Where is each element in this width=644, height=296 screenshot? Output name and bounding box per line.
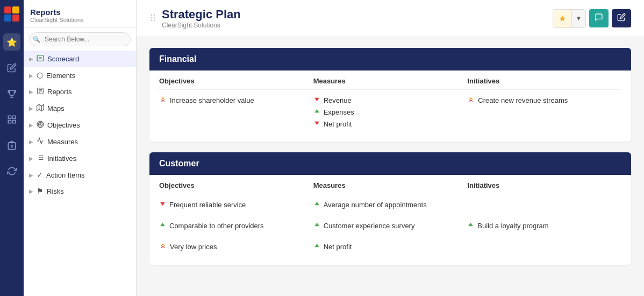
customer-initiative-2-1: Build a loyalty program <box>477 222 548 230</box>
main-header: ⠿ Strategic Plan ClearSight Solutions ★ … <box>137 0 644 37</box>
list-item: Increase shareholder value <box>159 94 313 107</box>
sidebar-item-initiatives[interactable]: ▶ Initiatives <box>24 150 136 167</box>
list-item: Expenses <box>313 106 468 118</box>
nav-icon-star[interactable]: ⭐ <box>3 33 20 51</box>
list-item: Very low prices <box>159 241 313 253</box>
nav-icon-edit[interactable] <box>3 59 20 76</box>
chevron-icon: ▶ <box>29 156 33 161</box>
list-item: Revenue <box>313 94 468 106</box>
nav-icon-trophy[interactable] <box>3 85 20 102</box>
sidebar-item-maps[interactable]: ▶ Maps <box>24 100 136 117</box>
action-items-label: Action Items <box>46 171 85 179</box>
financial-row-1: Increase shareholder value Revenue <box>159 90 621 134</box>
svg-marker-34 <box>160 202 165 206</box>
financial-measure-1: Revenue <box>324 96 352 104</box>
svg-marker-39 <box>314 244 319 248</box>
customer-row-2: Comparable to other providers Customer e… <box>159 215 621 236</box>
financial-section-body: Objectives Measures Initiatives <box>149 71 631 142</box>
customer-table-header: Objectives Measures Initiatives <box>159 175 621 194</box>
sidebar-item-scorecard[interactable]: ▶ Scorecard <box>24 51 136 67</box>
svg-marker-38 <box>468 223 473 227</box>
customer-col-initiatives: Initiatives <box>467 181 621 189</box>
customer-section-header: Customer <box>149 152 631 175</box>
svg-rect-12 <box>37 55 44 61</box>
objectives-icon <box>37 121 44 130</box>
measures-label: Measures <box>47 138 78 146</box>
objectives-label: Objectives <box>47 121 80 129</box>
sidebar-item-risks[interactable]: ▶ ⚑ Risks <box>24 183 136 199</box>
chevron-icon: ▶ <box>29 89 33 95</box>
customer-section-body: Objectives Measures Initiatives Frequent… <box>149 175 631 265</box>
list-item: Create new revenue streams <box>467 94 621 107</box>
arrow-down-icon <box>159 200 166 209</box>
svg-marker-35 <box>314 202 319 206</box>
svg-rect-9 <box>8 143 16 150</box>
main: ⠿ Strategic Plan ClearSight Solutions ★ … <box>137 0 644 296</box>
header-left: ⠿ Strategic Plan ClearSight Solutions <box>149 8 241 29</box>
arrow-up-icon <box>313 221 320 230</box>
chat-button[interactable] <box>589 9 609 27</box>
header-actions: ★ ▼ <box>553 9 631 28</box>
sidebar-item-measures[interactable]: ▶ Measures <box>24 133 136 150</box>
svg-rect-3 <box>12 15 19 22</box>
chevron-icon: ▶ <box>29 172 33 178</box>
customer-objectives-col-2: Comparable to other providers <box>159 220 313 231</box>
svg-rect-5 <box>13 116 16 118</box>
reports-icon <box>37 87 44 96</box>
financial-col-objectives: Objectives <box>159 77 313 85</box>
svg-rect-4 <box>8 116 11 118</box>
list-item: Build a loyalty program <box>467 220 621 231</box>
list-item: Net profit <box>313 118 468 130</box>
svg-marker-19 <box>37 104 44 111</box>
sidebar-item-action-items[interactable]: ▶ ✓ Action Items <box>24 167 136 183</box>
chevron-icon: ▶ <box>29 122 33 128</box>
drag-handle-icon[interactable]: ⠿ <box>149 12 156 24</box>
search-input[interactable] <box>29 32 131 46</box>
financial-measure-3: Net profit <box>324 120 352 128</box>
svg-rect-7 <box>13 121 16 123</box>
arrow-both-icon <box>467 96 475 105</box>
sidebar-item-reports[interactable]: ▶ Reports <box>24 83 136 100</box>
sidebar-search <box>24 28 136 51</box>
financial-initiatives-col: Create new revenue streams <box>467 94 621 107</box>
chevron-icon: ▶ <box>29 73 33 79</box>
arrow-down-icon <box>313 96 320 104</box>
sidebar: Reports ClearSight Solutions ▶ Scorecard… <box>24 0 137 296</box>
svg-rect-2 <box>4 15 11 22</box>
customer-initiatives-col-2: Build a loyalty program <box>467 220 621 231</box>
maps-icon <box>37 104 44 113</box>
nav-icon-clipboard[interactable] <box>3 137 20 154</box>
page-title: Strategic Plan <box>162 8 241 22</box>
edit-button[interactable] <box>612 9 631 27</box>
title-group: Strategic Plan ClearSight Solutions <box>162 8 241 29</box>
sidebar-item-objectives[interactable]: ▶ Objectives <box>24 117 136 133</box>
sidebar-subtitle: ClearSight Solutions <box>30 17 130 23</box>
list-item: Net profit <box>313 241 468 252</box>
customer-objectives-col-3: Very low prices <box>159 241 313 253</box>
arrow-up-icon <box>313 242 320 251</box>
sidebar-item-elements[interactable]: ▶ ⬡ Elements <box>24 67 136 83</box>
initiatives-icon <box>37 154 44 163</box>
customer-row-3: Very low prices Net profit <box>159 236 621 257</box>
reports-label: Reports <box>47 88 72 96</box>
financial-section-header: Financial <box>149 48 631 71</box>
nav-icon-refresh[interactable] <box>3 163 20 180</box>
financial-table-header: Objectives Measures Initiatives <box>159 71 621 90</box>
list-item: Comparable to other providers <box>159 220 313 231</box>
star-button[interactable]: ★ <box>553 10 571 27</box>
scorecard-label: Scorecard <box>47 55 79 63</box>
arrow-down-icon <box>313 119 320 128</box>
nav-icon-dashboard[interactable] <box>3 111 20 128</box>
svg-marker-33 <box>314 122 319 125</box>
star-dropdown-button[interactable]: ▼ <box>571 10 585 27</box>
list-item: Frequent reliable service <box>159 199 313 210</box>
risks-icon: ⚑ <box>37 187 44 195</box>
financial-measure-2: Expenses <box>324 108 354 116</box>
customer-obj-2-text: Comparable to other providers <box>169 222 264 230</box>
logo-icon[interactable] <box>3 5 20 23</box>
customer-objectives-col-1: Frequent reliable service <box>159 199 313 210</box>
customer-obj-1-text: Frequent reliable service <box>169 201 246 209</box>
customer-row-1: Frequent reliable service Average number… <box>159 194 621 215</box>
scorecard-icon <box>37 54 44 64</box>
measures-icon <box>37 137 44 146</box>
